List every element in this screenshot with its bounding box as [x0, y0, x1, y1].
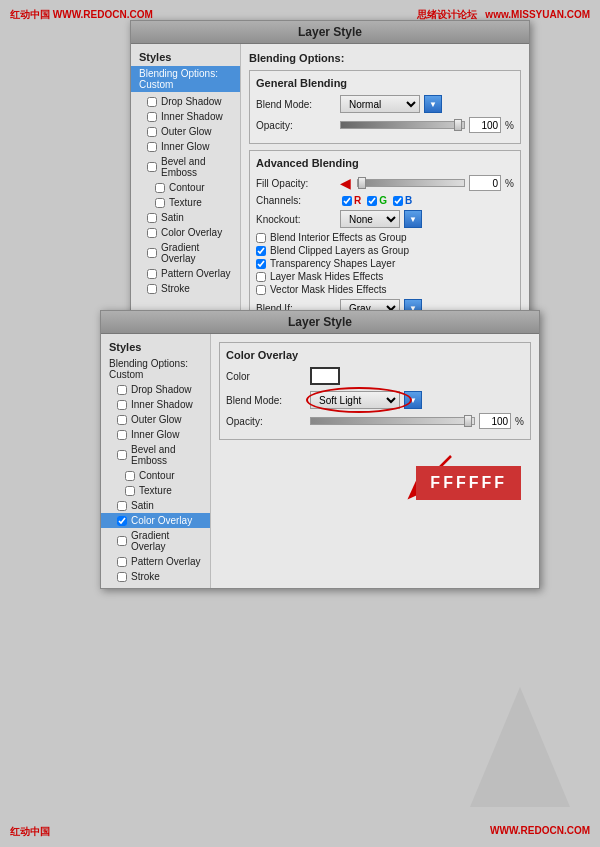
main-panel-top: Blending Options: General Blending Blend… — [241, 44, 529, 353]
checkboxes-section: Blend Interior Effects as Group Blend Cl… — [256, 232, 514, 295]
styles-item-satin-bottom[interactable]: Satin — [101, 498, 210, 513]
styles-item-satin[interactable]: Satin — [131, 210, 240, 225]
channel-r-checkbox[interactable] — [342, 196, 352, 206]
styles-item-inner-glow[interactable]: Inner Glow — [131, 139, 240, 154]
channel-b-checkbox[interactable] — [393, 196, 403, 206]
layer-mask-option: Layer Mask Hides Effects — [256, 271, 514, 282]
channel-r-label: R — [354, 195, 361, 206]
knockout-label: Knockout: — [256, 214, 336, 225]
styles-item-contour-bottom[interactable]: Contour — [101, 468, 210, 483]
blend-clipped-option: Blend Clipped Layers as Group — [256, 245, 514, 256]
transparency-shapes-checkbox[interactable] — [256, 259, 266, 269]
knockout-row: Knockout: None ▼ — [256, 210, 514, 228]
color-opacity-thumb[interactable] — [464, 415, 472, 427]
styles-item-pattern-overlay-bottom[interactable]: Pattern Overlay — [101, 554, 210, 569]
channels-label: Channels: — [256, 195, 336, 206]
dialog-bottom-titlebar: Layer Style — [101, 311, 539, 334]
channel-r: R — [342, 195, 361, 206]
color-opacity-label: Opacity: — [226, 416, 306, 427]
styles-item-drop-shadow-bottom[interactable]: Drop Shadow — [101, 382, 210, 397]
dialog-bottom: Layer Style Styles Blending Options: Cus… — [100, 310, 540, 589]
dialog-bottom-body: Styles Blending Options: Custom Drop Sha… — [101, 334, 539, 588]
color-blend-mode-arrow-icon[interactable]: ▼ — [404, 391, 422, 409]
fill-opacity-row: Fill Opacity: ◀ % — [256, 175, 514, 191]
opacity-thumb[interactable] — [454, 119, 462, 131]
styles-item-blending-bottom[interactable]: Blending Options: Custom — [101, 356, 210, 382]
color-overlay-section: Color Overlay Color Blend Mode: Soft Lig… — [219, 342, 531, 440]
channel-b-label: B — [405, 195, 412, 206]
transparency-shapes-option: Transparency Shapes Layer — [256, 258, 514, 269]
color-opacity-input[interactable] — [479, 413, 511, 429]
watermark-top-right: 思绪设计论坛 www.MISSYUAN.COM — [417, 8, 590, 22]
watermark-bottom: 红动中国 WWW.REDOCN.COM — [0, 825, 600, 839]
fill-opacity-input[interactable] — [469, 175, 501, 191]
styles-item-blending-options[interactable]: Blending Options: Custom — [131, 66, 240, 92]
fill-opacity-label: Fill Opacity: — [256, 178, 336, 189]
watermark-bottom-right: WWW.REDOCN.COM — [490, 825, 590, 839]
blend-interior-checkbox[interactable] — [256, 233, 266, 243]
opacity-label: Opacity: — [256, 120, 336, 131]
advanced-blending-title: Advanced Blending — [256, 157, 514, 169]
blend-mode-select[interactable]: Normal — [340, 95, 420, 113]
color-opacity-row: Opacity: % — [226, 413, 524, 429]
blending-options-title: Blending Options: — [249, 52, 521, 64]
color-subsection: Color — [226, 367, 524, 385]
hex-color-badge: FFFFFF — [416, 466, 521, 500]
styles-item-bevel-emboss[interactable]: Bevel and Emboss — [131, 154, 240, 180]
styles-item-stroke-bottom[interactable]: Stroke — [101, 569, 210, 584]
styles-item-inner-glow-bottom[interactable]: Inner Glow — [101, 427, 210, 442]
knockout-select[interactable]: None — [340, 210, 400, 228]
styles-item-texture-bottom[interactable]: Texture — [101, 483, 210, 498]
color-label: Color — [226, 371, 306, 382]
fill-opacity-pct: % — [505, 178, 514, 189]
knockout-arrow-icon[interactable]: ▼ — [404, 210, 422, 228]
general-blending-title: General Blending — [256, 77, 514, 89]
opacity-slider[interactable] — [340, 121, 465, 129]
styles-item-color-overlay-bottom[interactable]: Color Overlay — [101, 513, 210, 528]
styles-item-texture[interactable]: Texture — [131, 195, 240, 210]
color-label-row: Color — [226, 367, 524, 385]
color-opacity-slider[interactable] — [310, 417, 475, 425]
styles-item-bevel-emboss-bottom[interactable]: Bevel and Emboss — [101, 442, 210, 468]
styles-item-pattern-overlay-top[interactable]: Pattern Overlay — [131, 266, 240, 281]
styles-item-stroke-top[interactable]: Stroke — [131, 281, 240, 296]
color-overlay-main: Color Overlay Color Blend Mode: Soft Lig… — [211, 334, 539, 588]
fill-opacity-slider[interactable] — [357, 179, 465, 187]
channel-b: B — [393, 195, 412, 206]
styles-item-gradient-overlay-top[interactable]: Gradient Overlay — [131, 240, 240, 266]
styles-item-gradient-overlay-bottom[interactable]: Gradient Overlay — [101, 528, 210, 554]
opacity-input[interactable] — [469, 117, 501, 133]
color-swatch[interactable] — [310, 367, 340, 385]
blend-mode-arrow-icon[interactable]: ▼ — [424, 95, 442, 113]
channel-g-checkbox[interactable] — [367, 196, 377, 206]
watermark-bottom-left: 红动中国 — [10, 825, 50, 839]
blend-clipped-checkbox[interactable] — [256, 246, 266, 256]
styles-item-outer-glow-bottom[interactable]: Outer Glow — [101, 412, 210, 427]
blend-mode-row: Blend Mode: Normal ▼ — [256, 95, 514, 113]
decorative-triangle — [470, 687, 570, 807]
fill-opacity-arrow-icon: ◀ — [340, 175, 351, 191]
styles-item-color-overlay-top[interactable]: Color Overlay — [131, 225, 240, 240]
opacity-pct: % — [505, 120, 514, 131]
vector-mask-option: Vector Mask Hides Effects — [256, 284, 514, 295]
channel-g-label: G — [379, 195, 387, 206]
styles-item-drop-shadow[interactable]: Drop Shadow — [131, 94, 240, 109]
styles-panel-bottom: Styles Blending Options: Custom Drop Sha… — [101, 334, 211, 588]
watermark-top-left: 红动中国 WWW.REDOCN.COM — [10, 8, 153, 22]
styles-panel-top: Styles Blending Options: Custom Drop Sha… — [131, 44, 241, 353]
color-blend-mode-label: Blend Mode: — [226, 395, 306, 406]
blend-interior-option: Blend Interior Effects as Group — [256, 232, 514, 243]
color-opacity-pct: % — [515, 416, 524, 427]
styles-item-contour[interactable]: Contour — [131, 180, 240, 195]
layer-mask-checkbox[interactable] — [256, 272, 266, 282]
dialog-top-body: Styles Blending Options: Custom Drop Sha… — [131, 44, 529, 353]
styles-item-inner-shadow-bottom[interactable]: Inner Shadow — [101, 397, 210, 412]
styles-item-outer-glow[interactable]: Outer Glow — [131, 124, 240, 139]
watermark-top: 红动中国 WWW.REDOCN.COM 思绪设计论坛 www.MISSYUAN.… — [0, 8, 600, 22]
color-blend-mode-select[interactable]: Soft Light — [310, 391, 400, 409]
fill-opacity-thumb[interactable] — [358, 177, 366, 189]
general-blending-box: General Blending Blend Mode: Normal ▼ Op… — [249, 70, 521, 144]
styles-item-inner-shadow[interactable]: Inner Shadow — [131, 109, 240, 124]
hex-badge-area: FFFFFF — [219, 446, 531, 526]
vector-mask-checkbox[interactable] — [256, 285, 266, 295]
